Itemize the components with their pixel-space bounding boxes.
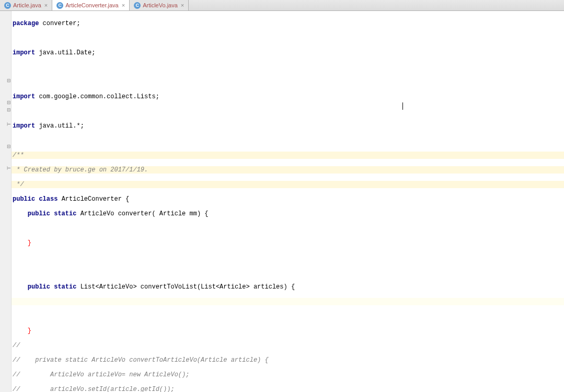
code-text <box>13 283 28 291</box>
keyword: import <box>13 122 35 130</box>
fold-toggle-icon[interactable]: ⊟ <box>6 144 11 149</box>
tab-label: ArticleVo.java <box>143 2 178 8</box>
code-text: converter; <box>39 20 80 27</box>
java-class-icon: C <box>134 2 141 9</box>
code-text: ArticleConverter <box>62 195 125 203</box>
editor-area: ⊟ ⊟ ⊟ ⊢ ⊟ ⊢ package converter; import ja… <box>0 11 564 392</box>
java-class-icon: C <box>4 2 11 9</box>
comment: // ArticleVo articleVo= new ArticleVo(); <box>13 371 189 378</box>
close-icon[interactable]: × <box>180 3 185 8</box>
comment: // articleVo.setId(article.getId()); <box>13 386 175 392</box>
fold-end-icon[interactable]: ⊢ <box>6 166 11 171</box>
comment: /** <box>13 152 24 159</box>
gutter[interactable]: ⊟ ⊟ ⊟ ⊢ ⊟ ⊢ <box>0 11 11 392</box>
keyword: public static <box>28 210 80 217</box>
comment: * Created by bruce.ge on 2017/1/19. <box>13 166 148 174</box>
keyword: import <box>13 93 35 100</box>
keyword: import <box>13 49 35 56</box>
method-name: convertToVoList <box>141 283 197 291</box>
code-text: java.util.Date; <box>35 49 95 56</box>
code-text <box>13 210 28 217</box>
close-icon[interactable]: × <box>121 3 126 8</box>
code-text: com.google.common.collect.Lists; <box>35 93 159 100</box>
java-class-icon: C <box>56 2 63 9</box>
code-text: } <box>13 327 31 335</box>
tab-label: Article.java <box>13 2 41 8</box>
comment: // private static ArticleVo convertToArt… <box>13 356 269 364</box>
fold-toggle-icon[interactable]: ⊟ <box>6 78 11 83</box>
code-text: ArticleVo <box>80 210 118 217</box>
tab-articleconverter[interactable]: C ArticleConverter.java × <box>52 0 130 10</box>
fold-end-icon[interactable]: ⊢ <box>6 122 11 127</box>
code-text: ( Article mm) { <box>152 210 208 217</box>
tab-bar: C Article.java × C ArticleConverter.java… <box>0 0 564 11</box>
close-icon[interactable]: × <box>43 3 49 8</box>
tab-articlevo[interactable]: C ArticleVo.java × <box>130 0 189 10</box>
keyword: public class <box>13 195 62 203</box>
code-text: } <box>13 239 31 247</box>
comment: */ <box>13 181 24 188</box>
code-text: (List<Article> articles) { <box>197 283 295 291</box>
method-name: converter <box>118 210 152 217</box>
tab-article[interactable]: C Article.java × <box>0 0 52 10</box>
code-editor[interactable]: package converter; import java.util.Date… <box>11 11 564 392</box>
code-text: { <box>125 195 129 203</box>
tab-label: ArticleConverter.java <box>65 2 119 8</box>
text-caret <box>402 102 403 110</box>
keyword: package <box>13 20 39 27</box>
code-text: List<ArticleVo> <box>80 283 141 291</box>
keyword: public static <box>28 283 80 291</box>
comment: // <box>13 342 20 349</box>
fold-toggle-icon[interactable]: ⊟ <box>6 100 11 105</box>
code-text: java.util.*; <box>35 122 84 130</box>
fold-toggle-icon[interactable]: ⊟ <box>6 108 11 112</box>
